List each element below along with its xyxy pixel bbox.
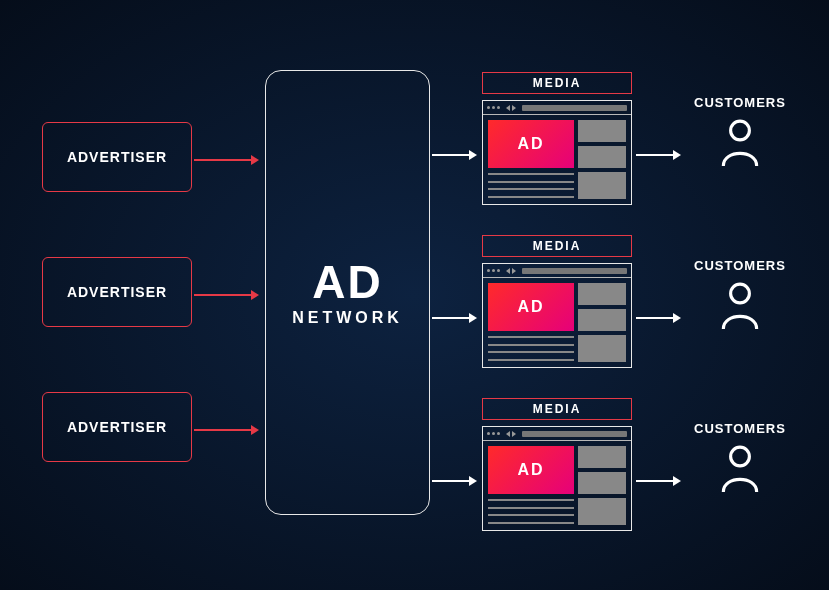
svg-point-2	[731, 447, 750, 466]
arrow-network-to-media	[432, 150, 477, 160]
media-label-box: MEDIA	[482, 235, 632, 257]
arrow-advertiser-to-network	[194, 155, 259, 165]
svg-point-1	[731, 284, 750, 303]
ad-network-title: AD	[312, 259, 382, 305]
browser-window: AD	[482, 100, 632, 205]
media-label: MEDIA	[533, 402, 582, 416]
arrow-media-to-customers	[636, 476, 681, 486]
customers-label: CUSTOMERS	[694, 421, 786, 436]
customers-label: CUSTOMERS	[694, 95, 786, 110]
media-group: MEDIA AD	[482, 398, 632, 531]
person-icon	[719, 118, 761, 172]
media-label-box: MEDIA	[482, 398, 632, 420]
browser-chrome	[483, 427, 631, 441]
customers-group: CUSTOMERS	[690, 421, 790, 498]
ad-placement: AD	[488, 283, 574, 331]
advertiser-box: ADVERTISER	[42, 257, 192, 327]
arrow-advertiser-to-network	[194, 425, 259, 435]
ad-placement-label: AD	[518, 461, 545, 479]
media-label: MEDIA	[533, 76, 582, 90]
media-group: MEDIA AD	[482, 72, 632, 205]
arrow-network-to-media	[432, 313, 477, 323]
arrow-media-to-customers	[636, 313, 681, 323]
browser-chrome	[483, 101, 631, 115]
advertiser-label: ADVERTISER	[67, 419, 167, 435]
arrow-media-to-customers	[636, 150, 681, 160]
browser-chrome	[483, 264, 631, 278]
media-label-box: MEDIA	[482, 72, 632, 94]
customers-label: CUSTOMERS	[694, 258, 786, 273]
advertiser-label: ADVERTISER	[67, 149, 167, 165]
arrow-network-to-media	[432, 476, 477, 486]
media-group: MEDIA AD	[482, 235, 632, 368]
ad-placement: AD	[488, 446, 574, 494]
ad-placement: AD	[488, 120, 574, 168]
svg-point-0	[731, 121, 750, 140]
ad-network-subtitle: NETWORK	[292, 309, 403, 327]
advertiser-box: ADVERTISER	[42, 122, 192, 192]
advertiser-box: ADVERTISER	[42, 392, 192, 462]
media-label: MEDIA	[533, 239, 582, 253]
ad-placement-label: AD	[518, 298, 545, 316]
customers-group: CUSTOMERS	[690, 95, 790, 172]
arrow-advertiser-to-network	[194, 290, 259, 300]
advertiser-label: ADVERTISER	[67, 284, 167, 300]
ad-network-box: AD NETWORK	[265, 70, 430, 515]
ad-placement-label: AD	[518, 135, 545, 153]
browser-window: AD	[482, 263, 632, 368]
person-icon	[719, 281, 761, 335]
customers-group: CUSTOMERS	[690, 258, 790, 335]
browser-window: AD	[482, 426, 632, 531]
person-icon	[719, 444, 761, 498]
